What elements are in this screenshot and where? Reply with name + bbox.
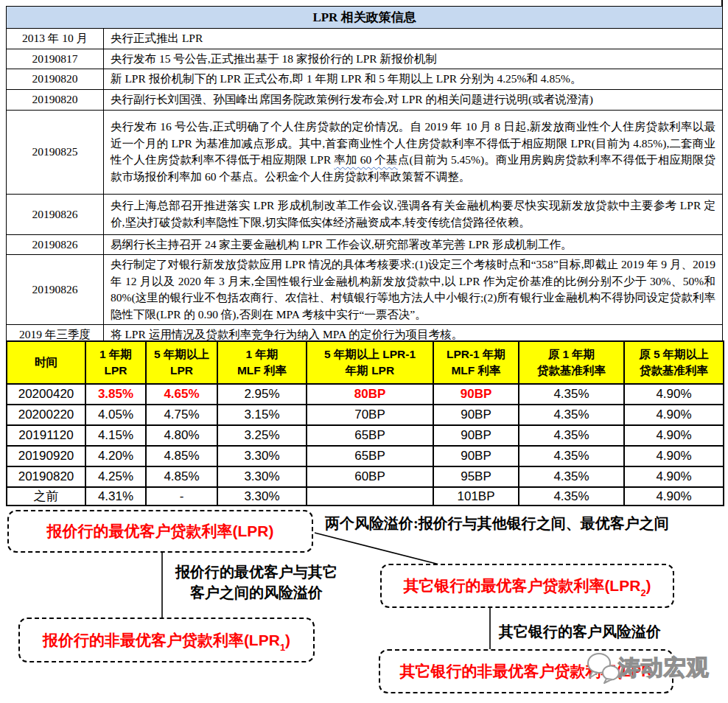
policy-content-cell: 央行制定了对银行新发放贷款应用 LPR 情况的具体考核要求:(1)设定三个考核时… <box>104 255 723 325</box>
rate-row: 201911204.15%4.80%3.25%65BP90BP4.35%4.90… <box>7 425 724 446</box>
rate-value-cell: 4.35% <box>519 446 624 466</box>
rate-header-cell: 5 年期以上LPR <box>146 341 217 384</box>
diagram-label-quoting-bank-premium: 报价行的最优客户与其它 客户之间的风险溢价 <box>167 562 346 603</box>
rate-value-cell: 4.85% <box>146 446 217 466</box>
rate-value-cell: 4.35% <box>519 425 624 446</box>
rate-header-row: 时间1 年期LPR5 年期以上LPR1 年期MLF 利率5 年期以上 LPR-1… <box>7 341 724 384</box>
rate-value-cell: 4.75% <box>146 405 217 425</box>
rate-value-cell: 4.90% <box>624 446 724 466</box>
rate-value-cell: 4.90% <box>624 425 724 446</box>
diagram-box-lpr2: 其它银行的最优客户贷款利率(LPR2) <box>380 564 674 608</box>
policy-row: 20190826央行上海总部召开推进落实 LPR 形成机制改革工作会议,强调各有… <box>7 194 723 234</box>
rate-value-cell: 70BP <box>307 405 433 425</box>
rate-header-cell: 1 年期LPR <box>85 341 146 384</box>
policy-row: 2013 年 10 月央行正式推出 LPR <box>7 29 723 49</box>
policy-date-cell: 20190826 <box>7 194 104 234</box>
rate-value-cell: 4.35% <box>519 384 624 405</box>
policy-content-cell: 易纲行长主持召开 24 家主要金融机构 LPR 工作会议,研究部署改革完善 LP… <box>104 234 723 255</box>
policy-date-cell: 2013 年 10 月 <box>7 29 104 49</box>
rate-date-cell: 20200220 <box>7 405 85 425</box>
policy-row: 20190817央行发布 15 号公告,正式推出基于 18 家报价行的 LPR … <box>7 49 723 69</box>
policy-date-cell: 20190826 <box>7 255 104 325</box>
policy-table-title: LPR 相关政策信息 <box>7 7 723 29</box>
policy-date-cell: 20190826 <box>7 234 104 255</box>
rate-value-cell: 90BP <box>433 405 519 425</box>
rate-value-cell: 4.80% <box>146 425 217 446</box>
policy-row: 20190826易纲行长主持召开 24 家主要金融机构 LPR 工作会议,研究部… <box>7 234 723 255</box>
policy-row: 20190826央行制定了对银行新发放贷款应用 LPR 情况的具体考核要求:(1… <box>7 255 723 325</box>
policy-row: 20190820央行副行长刘国强、孙国峰出席国务院政策例行发布会,对 LPR 的… <box>7 89 723 110</box>
rate-value-cell: 3.25% <box>217 425 307 446</box>
rate-row: 201908204.25%4.85%3.30%60BP95BP4.35%4.90… <box>7 466 724 487</box>
rate-value-cell: 4.85% <box>146 466 217 487</box>
rate-value-cell: 4.90% <box>624 405 724 425</box>
policy-date-cell: 20190825 <box>7 110 104 194</box>
policy-row: 20190820新 LPR 报价机制下的 LPR 正式公布,即 1 年期 LPR… <box>7 69 723 90</box>
rate-row: 202002204.05%4.75%3.15%70BP90BP4.35%4.90… <box>7 405 724 425</box>
rate-value-cell: 90BP <box>433 446 519 466</box>
diagram-box-lpr: 报价行的最优客户贷款利率(LPR) <box>7 510 313 553</box>
policy-content-cell: 新 LPR 报价机制下的 LPR 正式公布,即 1 年期 LPR 和 5 年期以… <box>104 69 723 90</box>
policy-table: LPR 相关政策信息 2013 年 10 月央行正式推出 LPR20190817… <box>6 6 723 346</box>
diagram-box-lpr2-label: 其它银行的最优客户贷款利率(LPR2) <box>403 576 651 596</box>
diagram-label-other-bank-premium: 其它银行的客户风险溢价 <box>499 622 661 642</box>
rate-value-cell: 4.65% <box>146 384 217 405</box>
watermark: 涛动宏观 <box>584 651 710 685</box>
policy-content-cell: 央行副行长刘国强、孙国峰出席国务院政策例行发布会,对 LPR 的相关问题进行说明… <box>104 89 723 110</box>
rate-value-cell: 4.15% <box>85 425 146 446</box>
rate-value-cell: 3.85% <box>85 384 146 405</box>
lpr-diagram: 报价行的最优客户贷款利率(LPR) 两个风险溢价:报价行与其他银行之间、最优客户… <box>0 502 728 703</box>
rate-value-cell: 4.35% <box>519 405 624 425</box>
policy-content-cell: 央行发布 16 号公告,正式明确了个人住房贷款的定价情况。自 2019 年 10… <box>104 110 723 194</box>
chat-bubbles-icon <box>584 651 623 685</box>
rate-value-cell: 4.20% <box>85 446 146 466</box>
watermark-text: 涛动宏观 <box>618 653 710 683</box>
policy-row: 20190825央行发布 16 号公告,正式明确了个人住房贷款的定价情况。自 2… <box>7 110 723 194</box>
policy-title-row: LPR 相关政策信息 <box>7 7 723 29</box>
rate-value-cell: 3.15% <box>217 405 307 425</box>
rate-value-cell: 4.25% <box>85 466 146 487</box>
policy-content-cell: 央行上海总部召开推进落实 LPR 形成机制改革工作会议,强调各有关金融机构要尽快… <box>104 194 723 234</box>
rate-header-cell: 原 1 年期贷款基准利率 <box>519 341 624 384</box>
diagram-box-lpr1: 报价行的非最优客户贷款利率(LPR1) <box>18 618 315 662</box>
rate-header-cell: 时间 <box>7 341 85 384</box>
rate-header-cell: 原 5 年期以上贷款基准利率 <box>624 341 724 384</box>
rate-header-cell: 5 年期以上 LPR-1年期 LPR <box>307 341 433 384</box>
diagram-box-lpr-label: 报价行的最优客户贷款利率(LPR) <box>47 521 274 542</box>
rate-value-cell: 4.05% <box>85 405 146 425</box>
policy-date-cell: 20190820 <box>7 69 104 90</box>
rate-value-cell: 65BP <box>307 425 433 446</box>
rate-value-cell: 4.90% <box>624 384 724 405</box>
rate-date-cell: 20191120 <box>7 425 85 446</box>
rate-value-cell: 4.90% <box>624 466 724 487</box>
rate-row: 202004203.85%4.65%2.95%80BP90BP4.35%4.90… <box>7 384 724 405</box>
rate-value-cell: 65BP <box>307 446 433 466</box>
rate-header-cell: LPR-1 年期MLF 利率 <box>433 341 519 384</box>
diagram-box-lpr1-label: 报价行的非最优客户贷款利率(LPR1) <box>43 630 290 651</box>
diagram-note-two-premiums: 两个风险溢价:报价行与其他银行之间、最优客户之间 <box>325 514 669 534</box>
rate-date-cell: 20190920 <box>7 446 85 466</box>
rate-value-cell: 80BP <box>307 384 433 405</box>
rate-row: 201909204.20%4.85%3.30%65BP90BP4.35%4.90… <box>7 446 724 466</box>
rate-value-cell: 3.30% <box>217 446 307 466</box>
rate-date-cell: 20200420 <box>7 384 85 405</box>
policy-content-cell: 央行正式推出 LPR <box>104 29 723 49</box>
rate-value-cell: 3.30% <box>217 466 307 487</box>
rate-value-cell: 90BP <box>433 384 519 405</box>
rate-header-cell: 1 年期MLF 利率 <box>217 341 307 384</box>
page: LPR 相关政策信息 2013 年 10 月央行正式推出 LPR20190817… <box>0 0 728 703</box>
policy-content-cell: 央行发布 15 号公告,正式推出基于 18 家报价行的 LPR 新报价机制 <box>104 49 723 69</box>
rate-value-cell: 2.95% <box>217 384 307 405</box>
rate-value-cell: 95BP <box>433 466 519 487</box>
rate-value-cell: 60BP <box>307 466 433 487</box>
rate-value-cell: 90BP <box>433 425 519 446</box>
policy-date-cell: 20190817 <box>7 49 104 69</box>
rate-table: 时间1 年期LPR5 年期以上LPR1 年期MLF 利率5 年期以上 LPR-1… <box>6 340 724 506</box>
rate-date-cell: 20190820 <box>7 466 85 487</box>
rate-value-cell: 4.35% <box>519 466 624 487</box>
policy-date-cell: 20190820 <box>7 89 104 110</box>
